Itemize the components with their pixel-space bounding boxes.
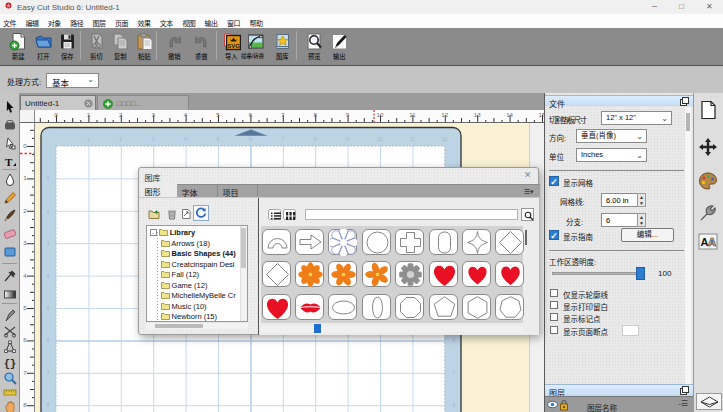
svg-text:7: 7: [281, 111, 285, 118]
svg-text:SVG: SVG: [227, 43, 240, 49]
svg-text:12: 12: [442, 137, 448, 142]
svg-text:2: 2: [23, 207, 27, 214]
svg-text:14: 14: [506, 111, 513, 118]
svg-text:1: 1: [23, 174, 27, 181]
svg-text:4: 4: [184, 111, 188, 118]
svg-text:7: 7: [23, 369, 27, 376]
svg-text:T: T: [5, 156, 13, 168]
svg-text:8: 8: [313, 111, 317, 118]
svg-text:11: 11: [409, 111, 416, 118]
svg-text:6: 6: [249, 111, 253, 118]
svg-text:{}: {}: [4, 359, 16, 370]
svg-text:A: A: [708, 236, 716, 248]
svg-text:0: 0: [54, 111, 58, 118]
svg-text:9: 9: [346, 111, 350, 118]
svg-text:13: 13: [474, 111, 481, 118]
svg-text:0: 0: [23, 142, 27, 149]
svg-text:8: 8: [23, 401, 27, 408]
svg-text:3: 3: [151, 111, 155, 118]
svg-text:5: 5: [216, 111, 220, 118]
svg-text:10: 10: [377, 111, 384, 118]
svg-text:11: 11: [410, 137, 415, 142]
svg-text:1: 1: [87, 111, 91, 118]
svg-text:4: 4: [23, 272, 27, 279]
svg-text:5: 5: [23, 304, 27, 311]
svg-text:6: 6: [23, 336, 27, 343]
svg-text:2: 2: [119, 111, 123, 118]
svg-text:3: 3: [23, 239, 27, 246]
svg-text:10: 10: [377, 137, 383, 142]
svg-text:12: 12: [441, 111, 448, 118]
